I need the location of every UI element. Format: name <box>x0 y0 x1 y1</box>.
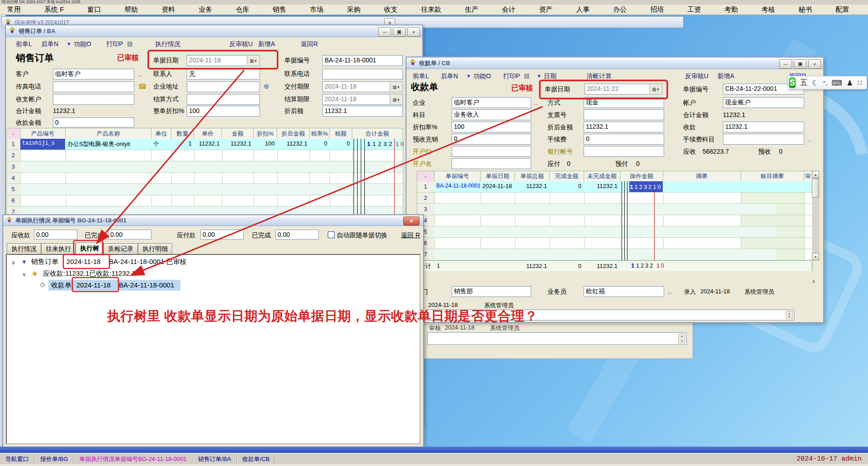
tax-rate-cell[interactable]: 0 <box>310 139 329 150</box>
tree-node-text[interactable]: 应收款:11232.1已收款:11232.1 <box>43 269 136 278</box>
settle-method-input[interactable] <box>187 94 260 105</box>
discounted-input[interactable]: 11232.1 <box>584 122 664 132</box>
functions-button[interactable]: 功能O <box>473 72 491 80</box>
menu-item[interactable]: 生产 <box>465 5 478 14</box>
receipt-titlebar[interactable]: 收款单 / CB <box>406 57 823 69</box>
lookup-button[interactable]: ‥ <box>138 71 142 78</box>
ime-punct-icon[interactable]: °, <box>823 80 827 86</box>
tree-node-rest[interactable]: BA-24-11-18-0001 已审核 <box>109 258 186 266</box>
print-button[interactable]: 打印P <box>503 72 520 80</box>
selected-amount-cell[interactable]: 1123210 <box>629 181 663 192</box>
expander-icon[interactable]: ∨ <box>22 271 26 278</box>
tab-qc-records[interactable]: 质检记录 <box>104 243 138 254</box>
discounted-input[interactable]: 11232.1 <box>322 106 403 117</box>
ime-toolbar[interactable]: S 五 ☾ °, ⌨ ♟ ∷ <box>788 76 867 89</box>
prev-doc-button[interactable]: 前单L <box>16 40 32 48</box>
back-link[interactable]: 返回 R <box>401 231 420 240</box>
tree-node-date[interactable]: 2024-11-18 <box>66 258 101 265</box>
fee-subject-input[interactable] <box>723 134 804 145</box>
panel-expand-icon[interactable]: › <box>812 277 815 285</box>
menu-item[interactable]: 收支 <box>384 5 397 14</box>
tree-node-rest[interactable]: BA-24-11-18-0001 <box>119 281 174 289</box>
column-header[interactable]: 单据日期 <box>481 171 515 182</box>
lookup-button[interactable]: ‥ <box>807 136 811 143</box>
customer-input[interactable]: 临时客户 <box>53 69 134 80</box>
add-new-button[interactable]: 新增A <box>717 72 734 80</box>
salesman-input[interactable]: 欧红福 <box>584 286 664 297</box>
tab-exec-detail[interactable]: 执行明细 <box>138 243 172 254</box>
done-cell[interactable]: 0 <box>550 181 583 192</box>
print-button[interactable]: 打印P <box>106 40 123 48</box>
spin-up-icon[interactable]: ▲ <box>788 312 791 315</box>
qty-cell[interactable]: 1 <box>171 139 193 150</box>
contact-phone-input[interactable] <box>322 69 403 80</box>
functions-button[interactable]: 功能O <box>74 40 91 48</box>
printer-icon[interactable]: ▤ <box>127 40 132 47</box>
amount-cell[interactable]: 11232.1 <box>222 139 253 150</box>
menu-item[interactable]: 考勤 <box>724 5 738 14</box>
column-header[interactable]: 账目摘要 <box>741 171 804 182</box>
bank-input[interactable] <box>452 146 531 157</box>
menu-item[interactable]: 销售 <box>273 5 286 14</box>
minimize-button[interactable]: ─ <box>378 27 391 37</box>
price-cell[interactable]: 11232.1 <box>194 139 222 150</box>
calendar-icon[interactable]: ▦▾ <box>390 82 402 91</box>
doc-no-cell[interactable]: BA-24-11-18-0001 <box>434 181 480 192</box>
fee-input[interactable]: 0 <box>584 134 664 145</box>
ime-wubi-icon[interactable]: 五 <box>800 78 807 88</box>
menu-item[interactable]: 工资 <box>687 5 701 14</box>
tax-cell[interactable]: 0 <box>330 139 352 150</box>
menu-item[interactable]: 招培 <box>650 5 664 14</box>
tab-exec-tree[interactable]: 执行树 <box>75 242 104 254</box>
menu-item[interactable]: 往来款 <box>421 5 441 14</box>
doc-date-input[interactable]: 2024-11-22 ▦▾ <box>585 84 662 94</box>
menu-item[interactable]: 系统 F <box>44 5 64 14</box>
calendar-icon[interactable]: ▦▾ <box>649 85 661 94</box>
undone-cell[interactable]: 11232.1 <box>584 181 619 192</box>
unaudit-button[interactable]: 反审核U <box>685 72 708 80</box>
ime-person-icon[interactable]: ♟ <box>846 79 853 87</box>
sales-table-body[interactable] <box>6 139 403 218</box>
column-header[interactable]: 单位 <box>151 128 171 139</box>
cheque-no-input[interactable] <box>584 109 664 120</box>
column-header[interactable]: 单据总额 <box>515 171 550 182</box>
calendar-icon[interactable]: ▦▾ <box>390 95 402 104</box>
taskbar-item-quote[interactable]: 报价单/BG <box>35 453 73 465</box>
fax-input[interactable] <box>53 81 134 92</box>
product-name-cell[interactable]: 办公S型电脑-银奥-onlyit <box>66 139 151 150</box>
doc-date-input[interactable]: 2024-11-18 ▦▾ <box>187 55 260 66</box>
remark-textarea[interactable]: ▲▼ <box>427 332 687 345</box>
column-header[interactable]: 单据编号 <box>434 171 481 182</box>
printer-icon[interactable]: ▤ <box>524 72 529 79</box>
discounted-cell[interactable]: 11232.1 <box>277 139 309 150</box>
received-input[interactable]: 0 <box>53 118 134 127</box>
product-code-cell[interactable]: taishiji_s <box>20 139 65 150</box>
address-input[interactable] <box>187 81 260 92</box>
taskbar-item-nav[interactable]: 导航窗口 <box>0 453 34 465</box>
spin-down-icon[interactable]: ▼ <box>788 315 791 318</box>
company-input[interactable]: 临时客户 <box>452 97 531 108</box>
column-header[interactable]: 税额 <box>330 128 352 139</box>
done-input[interactable]: 0.00 <box>275 230 319 240</box>
spin-up-icon[interactable]: ▲ <box>680 334 684 338</box>
column-header[interactable]: 未完成金额 <box>584 171 620 182</box>
spinner-control[interactable]: ▲▼ <box>678 334 685 344</box>
dept-input[interactable]: 销售部 <box>452 286 531 297</box>
discount-rate-input[interactable]: 100 <box>452 122 531 132</box>
exec-status-button[interactable]: 执行情况 <box>155 40 180 48</box>
column-header[interactable]: 税率% <box>310 128 330 139</box>
minimize-button[interactable]: ─ <box>779 59 792 69</box>
column-header[interactable]: 折后金额 <box>277 128 310 139</box>
scroll-thumb[interactable] <box>812 179 819 198</box>
restore-button[interactable]: ▣ <box>393 27 406 37</box>
taskbar-item-sales-order[interactable]: 销售订单/BA <box>193 453 236 465</box>
tree-node-date[interactable]: 2024-11-18 <box>76 281 111 289</box>
close-button[interactable]: × <box>403 217 420 226</box>
table-scrollbar[interactable]: ▲ ▼ <box>812 171 819 260</box>
spinner-control[interactable]: ▲▼ <box>786 311 793 319</box>
ime-tools-icon[interactable]: ∷ <box>858 79 862 87</box>
menu-item[interactable]: 采购 <box>347 5 360 14</box>
column-header[interactable]: 折扣% <box>254 128 277 139</box>
deliver-term-input[interactable]: 2024-11-18 ▦▾ <box>322 81 403 92</box>
bank-account-input[interactable] <box>584 146 664 157</box>
